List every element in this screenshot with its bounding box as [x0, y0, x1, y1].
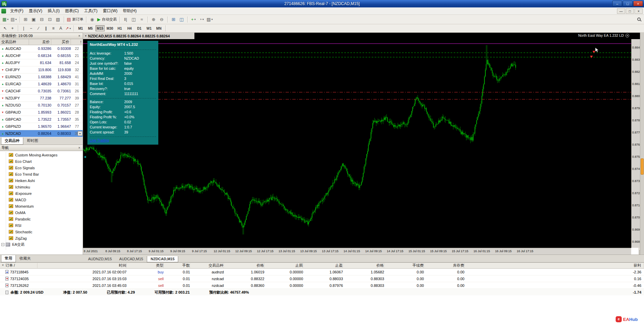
horizontal-line-tool-button[interactable]: − — [27, 25, 35, 32]
timeframe-m30-button[interactable]: M30 — [105, 25, 114, 31]
market-watch-row[interactable]: ▲EURCAD1.486391.4867031 — [0, 81, 83, 88]
terminal-column-header[interactable]: 订单 / — [5, 263, 37, 268]
market-watch-row[interactable]: ▲GBPCAD1.735221.7355735 — [0, 116, 83, 123]
market-watch-row[interactable]: ▲AUDCHF0.681340.6815521 — [0, 52, 83, 59]
chart-tab-nzdcadm15[interactable]: NZDCAD,M15 — [147, 256, 178, 262]
fibonacci-tool-button[interactable]: ≡ — [50, 25, 57, 32]
timeframe-h4-button[interactable]: H4 — [125, 25, 134, 31]
menu-item[interactable]: 图表(C) — [62, 7, 82, 15]
terminal-column-header[interactable]: 交易品种 — [190, 263, 224, 268]
timeframe-m15-button[interactable]: M15 — [96, 25, 105, 31]
navigator-item[interactable]: Stochastic — [0, 229, 83, 235]
menu-item[interactable]: 窗口(W) — [100, 7, 120, 15]
navigator-item[interactable]: Eco Trend Bar — [0, 171, 83, 177]
periods-button[interactable]: ◔▾ — [197, 16, 206, 23]
navigator-item[interactable]: RSI — [0, 222, 83, 229]
tab-[interactable]: 常用 — [1, 255, 16, 262]
market-watch-column-header[interactable]: 交易品种 — [0, 39, 29, 45]
navigator-item[interactable]: Eco Signals — [0, 165, 83, 171]
time-axis[interactable]: 8 Jul 20218 Jul 09:158 Jul 17:159 Jul 01… — [83, 248, 631, 255]
navigator-toggle-button[interactable]: ⊟ — [38, 16, 46, 23]
bar-chart-mode-button[interactable]: ‖| — [122, 16, 130, 23]
terminal-toggle-button[interactable]: ⊡ — [46, 16, 54, 23]
zoom-in-button[interactable]: ⊕ — [150, 16, 158, 23]
chart-tab-audnzdm15[interactable]: AUDNZD,M15 — [84, 256, 115, 262]
chart-plot[interactable]: NorthEastWay MT4 v1.232 Acc leverage:1:5… — [83, 39, 631, 248]
tab-[interactable]: 即时图 — [23, 137, 42, 145]
restore-button[interactable]: □ — [623, 1, 633, 6]
navigator-item[interactable]: Custom Moving Averages — [0, 152, 83, 158]
price-axis[interactable]: 0.884000.883000.882000.881000.880000.879… — [631, 39, 640, 248]
market-watch-row[interactable]: ▼NZDJPY77.23877.27739 — [0, 95, 83, 102]
templates-button[interactable]: ▨▾ — [206, 16, 214, 23]
menu-item[interactable]: 工具(T) — [81, 7, 100, 15]
terminal-column-header[interactable]: 库存费 — [424, 263, 464, 268]
chart-restore-button[interactable]: □ — [626, 8, 634, 14]
navigator-item[interactable]: OsMA — [0, 209, 83, 216]
market-watch-row[interactable]: ▼CHFJPY119.806119.83832 — [0, 66, 83, 73]
terminal-column-header[interactable]: 手续费 — [384, 263, 424, 268]
zoom-out-button[interactable]: ⊖ — [158, 16, 166, 23]
market-watch-close-icon[interactable]: × — [77, 34, 82, 38]
cursor-tool-button[interactable]: ↖ — [1, 25, 9, 32]
terminal-close-icon[interactable]: × — [1, 263, 5, 268]
trendline-tool-button[interactable]: ∕ — [35, 25, 42, 32]
crosshair-tool-button[interactable]: + — [9, 25, 16, 32]
terminal-column-header[interactable]: 止盈 — [303, 263, 343, 268]
market-watch-row[interactable]: ▼CADCHF0.730350.7306126 — [0, 88, 83, 95]
ea-collapse-icon[interactable]: ◀ — [84, 155, 86, 158]
navigator-item[interactable]: Ichimoku — [0, 184, 83, 190]
minimize-button[interactable]: – — [612, 1, 622, 6]
symbol-dropdown-button[interactable]: ▼ — [78, 131, 82, 136]
tab-[interactable]: 收藏夹 — [16, 255, 34, 262]
timeframe-w1-button[interactable]: W1 — [144, 25, 154, 31]
market-watch-toggle-button[interactable]: ⊞ — [22, 16, 30, 23]
navigator-item[interactable]: Heiken Ashi — [0, 177, 83, 184]
new-chart-button[interactable]: ▦▾ — [1, 16, 9, 23]
candlestick-mode-button[interactable]: ◫ — [130, 16, 138, 23]
tab-[interactable]: 交易品种 — [1, 138, 23, 145]
terminal-column-header[interactable]: 价格 — [343, 263, 384, 268]
indicators-add-button[interactable]: +▾ — [189, 16, 197, 23]
timeframe-m5-button[interactable]: M5 — [86, 25, 95, 31]
market-watch-row[interactable]: ▲NZDUSD0.701300.7015727 — [0, 102, 83, 109]
profiles-button[interactable]: ▤▾ — [9, 16, 18, 23]
chart-scrollbar-thumb[interactable] — [641, 158, 644, 175]
data-window-toggle-button[interactable]: ▣ — [30, 16, 38, 23]
terminal-column-header[interactable]: 手数 — [164, 263, 190, 268]
navigator-item[interactable]: iExposure — [0, 190, 83, 197]
market-watch-row[interactable]: ▲GBPNZD1.965701.9664777 — [0, 123, 83, 130]
timeframe-h1-button[interactable]: H1 — [115, 25, 124, 31]
menu-item[interactable]: 文件(F) — [7, 7, 26, 15]
collapse-box-icon[interactable]: − — [1, 243, 4, 246]
navigator-item[interactable]: Parabolic — [0, 216, 83, 222]
text-tool-button[interactable]: A — [57, 25, 64, 32]
market-watch-row[interactable]: ▲AUDJPY81.63481.65824 — [0, 59, 83, 66]
navigator-item[interactable]: Eco Chart — [0, 158, 83, 165]
navigator-item[interactable]: ZigZag — [0, 235, 83, 241]
chart-scrollbar[interactable] — [640, 33, 644, 255]
live-trading-link[interactable]: Live Trading — [90, 138, 156, 142]
navigator-close-icon[interactable]: × — [77, 146, 82, 150]
market-watch-row[interactable]: ▼GBPAUD1.859931.8602128 — [0, 109, 83, 116]
autotrading-button[interactable]: ▶自动交易 — [96, 16, 118, 23]
chart-tab-audcadm15[interactable]: AUDCAD,M15 — [115, 256, 147, 262]
close-button[interactable]: × — [633, 1, 643, 6]
terminal-column-header[interactable]: 类型 — [127, 263, 164, 268]
terminal-column-header[interactable]: 时间 — [37, 263, 127, 268]
order-row[interactable]: 7371188452021.07.16 02:00:07buy0.01audnz… — [0, 269, 644, 275]
terminal-column-header[interactable]: 止损 — [264, 263, 303, 268]
navigator-item[interactable]: MACD — [0, 197, 83, 203]
order-row[interactable]: 7371240352021.07.16 03:15:03sell0.01nzdc… — [0, 275, 644, 282]
market-watch-column-header[interactable]: ! — [71, 39, 83, 45]
auto-arrange-button[interactable]: ⊞ — [169, 16, 178, 23]
market-watch-row[interactable]: ▲AUDCAD0.932860.9330822 — [0, 45, 83, 52]
terminal-column-header[interactable]: 获利 — [464, 263, 644, 268]
market-watch-column-header[interactable]: 买价 — [51, 39, 71, 45]
arrows-tool-button[interactable]: ↗▾ — [64, 25, 72, 32]
channel-tool-button[interactable]: ∥ — [42, 25, 50, 32]
navigator-branch-ea[interactable]: −EA交易 — [0, 241, 83, 248]
menu-item[interactable]: 帮助(H) — [120, 7, 139, 15]
vertical-line-tool-button[interactable]: | — [20, 25, 27, 32]
terminal-column-header[interactable]: 价格 — [224, 263, 264, 268]
